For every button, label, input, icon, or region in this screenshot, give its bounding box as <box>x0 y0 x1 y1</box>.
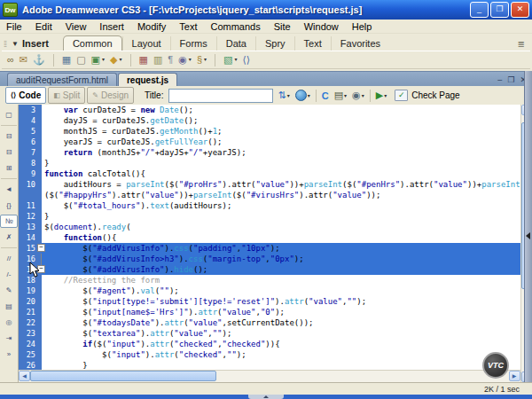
server-include-icon[interactable]: ▥ <box>153 53 162 66</box>
menu-file[interactable]: File <box>6 21 22 32</box>
visual-aids-icon[interactable]: ◉▾ <box>352 90 364 101</box>
table-icon[interactable]: ▦ <box>62 53 71 66</box>
remove-comment-icon[interactable]: /- <box>1 268 17 281</box>
script-icon[interactable]: §▾ <box>197 53 207 66</box>
code-line-24[interactable]: 24 if($("input").attr("checked","checked… <box>19 339 520 349</box>
code-line-18[interactable]: 18 //Resetting the form <box>19 275 520 286</box>
line-numbers-icon[interactable]: № <box>0 215 18 228</box>
email-link-icon[interactable]: ✉ <box>20 53 27 66</box>
hyperlink-icon[interactable]: ∞ <box>7 53 14 66</box>
insert-tab-layout[interactable]: Layout <box>122 36 170 51</box>
code-view-button[interactable]: ⟨⟩Code <box>5 87 46 104</box>
templates-icon[interactable]: ▧▾ <box>223 53 237 66</box>
code-line-wrap[interactable]: ($("#happyHrs").attr("value"))+parseInt(… <box>19 190 520 200</box>
code-rows[interactable]: 3 var curDateJS = new Date();4 dayJS = c… <box>19 105 520 370</box>
code-line-19[interactable]: 19 $("#agent").val(""); <box>19 286 520 296</box>
menu-view[interactable]: View <box>66 21 87 32</box>
menu-text[interactable]: Text <box>179 21 197 32</box>
dropdown-arrow-icon[interactable]: ▾ <box>102 53 105 66</box>
insert-tab-data[interactable]: Data <box>216 36 255 51</box>
code-line-6[interactable]: 6 yearJS = curDateJS.getFullYear(); <box>19 137 520 147</box>
close-button[interactable]: ✕ <box>511 2 529 18</box>
code-line-22[interactable]: 22 $("#todaysDate").attr("value",setCurr… <box>19 317 520 328</box>
code-line-26[interactable]: 26 } <box>19 360 520 370</box>
restore-button[interactable]: ❐ <box>490 2 509 18</box>
insert-tab-spry[interactable]: Spry <box>255 36 294 51</box>
select-parent-tag-icon[interactable]: ◄ <box>1 183 17 196</box>
validate-markup-icon[interactable]: ▶▾ <box>376 90 387 101</box>
minimize-button[interactable]: _ <box>470 2 489 18</box>
check-page-button[interactable]: ✓ Check Page <box>395 90 459 101</box>
recent-snippets-icon[interactable]: ▤ <box>1 300 17 313</box>
code-line-25[interactable]: 25 $("input").attr("checked",""); <box>19 349 520 360</box>
document-tab-request-js[interactable]: request.js <box>118 73 177 87</box>
code-line-12[interactable]: 12} <box>19 211 520 222</box>
split-view-button[interactable]: ◧Split <box>48 87 85 104</box>
apply-comment-icon[interactable]: // <box>1 252 17 265</box>
code-line-14[interactable]: 14 function(){ <box>19 232 520 243</box>
panel-dock-collapse-bar[interactable] <box>524 71 532 395</box>
expand-all-icon[interactable]: ⊞ <box>1 161 17 175</box>
code-line-8[interactable]: 8} <box>19 158 520 168</box>
code-line-4[interactable]: 4 dayJS = curDateJS.getDate(); <box>19 115 520 126</box>
horizontal-scroll-thumb[interactable] <box>30 371 216 381</box>
insert-tab-text[interactable]: Text <box>294 36 331 51</box>
menu-window[interactable]: Window <box>304 21 339 32</box>
code-line-7[interactable]: 7 return (monthJS+"/"+dayJS+"/"+yearJS); <box>19 147 520 158</box>
code-line-15[interactable]: 15 $("#addVirusInfo").css("padding","10p… <box>19 243 520 254</box>
code-line-16[interactable]: 16 $("#addVirusInfo>h3").css("margin-top… <box>19 254 520 264</box>
code-line-11[interactable]: 11 $("#total_hours").text(auditHours); <box>19 200 520 211</box>
horizontal-scrollbar[interactable]: ◀ ▶ <box>19 370 520 382</box>
design-view-button[interactable]: ✎Design <box>87 87 134 104</box>
dropdown-arrow-icon[interactable]: ▾ <box>120 53 122 66</box>
title-bar[interactable]: Dw Adobe Dreamweaver CS3 - [F:\vtcProjec… <box>0 0 532 20</box>
refresh-icon[interactable]: C <box>322 90 329 101</box>
code-line-10[interactable]: 10 auditHours = parseInt($("#proHrs").at… <box>19 179 520 190</box>
collapse-selection-icon[interactable]: ⊟ <box>1 145 17 159</box>
document-title-input[interactable] <box>168 89 273 103</box>
code-line-13[interactable]: 13$(document).ready( <box>19 222 520 232</box>
dropdown-arrow-icon[interactable]: ▾ <box>308 92 310 98</box>
menu-help[interactable]: Help <box>352 21 372 32</box>
code-line-20[interactable]: 20 $("input[type!='submit'][type!='reset… <box>19 296 520 307</box>
code-fold-toggle-icon[interactable]: − <box>37 244 45 252</box>
code-line-17[interactable]: 17 $("#addVirusInfo").hide(); <box>19 264 520 275</box>
dropdown-arrow-icon[interactable]: ▾ <box>362 92 364 98</box>
insert-tab-favorites[interactable]: Favorites <box>331 36 389 51</box>
doc-minimize-icon[interactable]: – <box>497 76 502 84</box>
file-management-icon[interactable]: ⇅▾ <box>278 90 289 101</box>
menu-modify[interactable]: Modify <box>137 21 166 32</box>
code-line-21[interactable]: 21 $("input[name$='Hrs']").attr("value",… <box>19 307 520 317</box>
insert-div-icon[interactable]: ▢ <box>76 53 85 66</box>
dropdown-arrow-icon[interactable]: ▾ <box>384 92 387 98</box>
dropdown-arrow-icon[interactable]: ▾ <box>287 92 290 98</box>
comment-icon[interactable]: ¶ <box>168 53 173 66</box>
insert-tab-forms[interactable]: Forms <box>170 36 216 51</box>
dropdown-arrow-icon[interactable]: ▾ <box>344 92 347 98</box>
head-icon[interactable]: ◉▾ <box>178 53 192 66</box>
dropdown-arrow-icon[interactable]: ▾ <box>204 53 207 66</box>
view-options-icon[interactable]: ▤▾ <box>334 90 347 101</box>
document-tab-auditrequestform-html[interactable]: auditRequestForm.html <box>7 73 117 87</box>
insert-tab-common[interactable]: Common <box>63 35 122 51</box>
date-icon[interactable]: ▦ <box>139 53 148 66</box>
menu-insert[interactable]: Insert <box>99 21 124 32</box>
open-documents-icon[interactable]: ▢ <box>1 108 17 121</box>
panel-collapse-arrow-icon[interactable]: ▼ <box>12 40 19 48</box>
menu-site[interactable]: Site <box>274 21 291 32</box>
collapse-full-tag-icon[interactable]: ⊟ <box>1 129 17 143</box>
panel-options-icon[interactable]: ≣ <box>518 39 525 49</box>
scroll-left-icon[interactable]: ◀ <box>19 371 30 381</box>
highlight-invalid-code-icon[interactable]: ✗ <box>1 231 17 244</box>
code-line-5[interactable]: 5 monthJS = curDateJS.getMonth()+1; <box>19 126 520 137</box>
code-line-3[interactable]: 3 var curDateJS = new Date(); <box>19 105 520 115</box>
menu-edit[interactable]: Edit <box>35 21 52 32</box>
scroll-right-icon[interactable]: ▶ <box>509 371 520 381</box>
media-icon[interactable]: ◆▾ <box>110 53 121 66</box>
more-icon[interactable]: » <box>1 348 17 361</box>
move-css-icon[interactable]: ◎ <box>1 316 17 329</box>
menu-commands[interactable]: Commands <box>210 21 260 32</box>
dropdown-arrow-icon[interactable]: ▾ <box>189 53 192 66</box>
code-line-9[interactable]: 9function calcTotal(){ <box>19 168 520 179</box>
bottom-panel-expand-handle[interactable] <box>248 395 284 399</box>
